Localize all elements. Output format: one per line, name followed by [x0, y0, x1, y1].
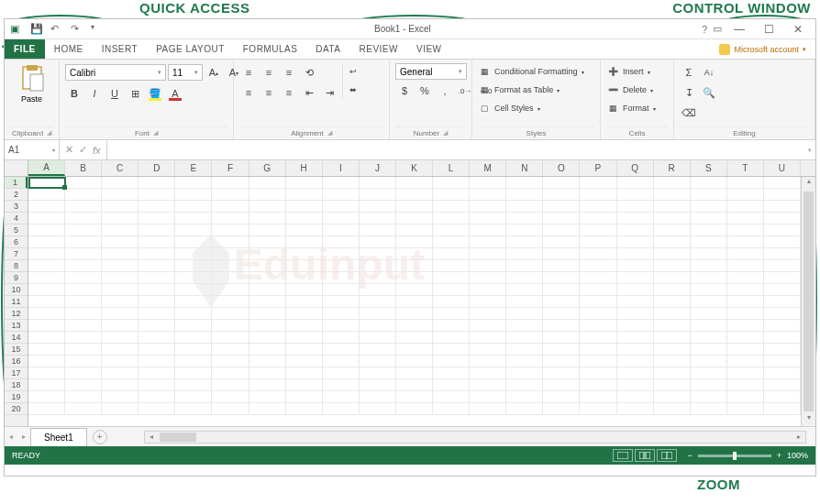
cell[interactable] — [249, 356, 286, 367]
account-link[interactable]: Microsoft account▾ — [719, 39, 815, 59]
cell[interactable] — [102, 367, 139, 378]
italic-button[interactable]: I — [85, 84, 104, 103]
merge-center-button[interactable]: ⬌ — [347, 82, 360, 98]
cell[interactable] — [396, 189, 433, 200]
cell[interactable] — [543, 284, 580, 295]
cell[interactable] — [654, 177, 691, 188]
cell[interactable] — [249, 236, 286, 247]
cell[interactable] — [764, 177, 801, 188]
cell[interactable] — [470, 189, 506, 200]
cell[interactable] — [654, 236, 691, 247]
cell[interactable] — [212, 356, 249, 367]
hscroll-thumb[interactable] — [160, 433, 196, 442]
column-header-P[interactable]: P — [580, 160, 616, 176]
cell[interactable] — [360, 403, 396, 414]
cell[interactable] — [139, 201, 175, 212]
cell[interactable] — [617, 177, 654, 188]
cell[interactable] — [654, 225, 691, 236]
cell[interactable] — [286, 367, 323, 378]
cell[interactable] — [65, 391, 102, 402]
row-header-16[interactable]: 16 — [5, 356, 28, 367]
cell[interactable] — [249, 379, 286, 390]
cell[interactable] — [654, 356, 691, 367]
cell[interactable] — [212, 260, 249, 271]
cell[interactable] — [212, 272, 249, 283]
cell[interactable] — [175, 356, 212, 367]
cell[interactable] — [727, 272, 764, 283]
cell[interactable] — [212, 403, 249, 414]
cell[interactable] — [727, 308, 764, 319]
cell[interactable] — [433, 272, 470, 283]
cell[interactable] — [175, 284, 212, 295]
cell[interactable] — [65, 308, 102, 319]
cell[interactable] — [212, 379, 249, 390]
zoom-in-button[interactable]: + — [777, 451, 781, 460]
formula-input[interactable]: ▾ — [107, 140, 815, 159]
cell[interactable] — [396, 356, 433, 367]
cell[interactable] — [102, 248, 139, 259]
column-header-R[interactable]: R — [654, 160, 691, 176]
cell[interactable] — [764, 403, 801, 414]
cell[interactable] — [28, 213, 65, 224]
cell[interactable] — [323, 296, 360, 307]
comma-icon[interactable]: , — [436, 82, 454, 100]
cell[interactable] — [506, 260, 543, 271]
cell[interactable] — [433, 344, 470, 355]
cell[interactable] — [28, 284, 65, 295]
cell[interactable] — [65, 379, 102, 390]
cell[interactable] — [102, 320, 139, 331]
cell[interactable] — [175, 320, 212, 331]
cell[interactable] — [433, 296, 470, 307]
cell[interactable] — [249, 213, 286, 224]
cell[interactable] — [543, 201, 580, 212]
cell[interactable] — [654, 260, 691, 271]
cell[interactable] — [764, 332, 801, 343]
tab-page-layout[interactable]: PAGE LAYOUT — [147, 39, 234, 59]
cell[interactable] — [323, 177, 360, 188]
cell[interactable] — [470, 260, 506, 271]
cell[interactable] — [102, 236, 139, 247]
row-header-18[interactable]: 18 — [5, 379, 28, 391]
cell[interactable] — [396, 379, 433, 390]
cancel-formula-icon[interactable]: ✕ — [65, 144, 73, 156]
cell[interactable] — [727, 260, 764, 271]
cell[interactable] — [580, 308, 616, 319]
cell[interactable] — [617, 344, 654, 355]
cell[interactable] — [691, 320, 727, 331]
cell[interactable] — [396, 344, 433, 355]
cell[interactable] — [764, 225, 801, 236]
cell[interactable] — [691, 260, 727, 271]
column-header-Q[interactable]: Q — [617, 160, 654, 176]
fill-color-button[interactable]: 🪣 — [146, 84, 164, 103]
cell[interactable] — [286, 177, 323, 188]
row-header-19[interactable]: 19 — [5, 391, 28, 403]
cell[interactable] — [617, 367, 654, 378]
cell[interactable] — [286, 272, 323, 283]
cell[interactable] — [764, 296, 801, 307]
tab-review[interactable]: REVIEW — [350, 39, 407, 59]
cell[interactable] — [139, 248, 175, 259]
cell[interactable] — [727, 177, 764, 188]
cell[interactable] — [580, 248, 616, 259]
cell[interactable] — [249, 391, 286, 402]
cell[interactable] — [286, 236, 323, 247]
cell[interactable] — [28, 308, 65, 319]
cell[interactable] — [580, 284, 616, 295]
cell[interactable] — [654, 248, 691, 259]
cell[interactable] — [433, 356, 470, 367]
cell[interactable] — [470, 236, 506, 247]
row-header-11[interactable]: 11 — [5, 296, 28, 308]
cell[interactable] — [617, 356, 654, 367]
cell[interactable] — [323, 236, 360, 247]
sort-filter-icon[interactable]: A↓ — [700, 63, 718, 82]
cell[interactable] — [543, 272, 580, 283]
cell[interactable] — [139, 367, 175, 378]
cell[interactable] — [506, 391, 543, 402]
cell[interactable] — [212, 201, 249, 212]
cell[interactable] — [360, 213, 396, 224]
cell[interactable] — [249, 403, 286, 414]
cell[interactable] — [470, 201, 506, 212]
row-header-6[interactable]: 6 — [5, 236, 28, 248]
cell[interactable] — [617, 248, 654, 259]
cell[interactable] — [617, 225, 654, 236]
